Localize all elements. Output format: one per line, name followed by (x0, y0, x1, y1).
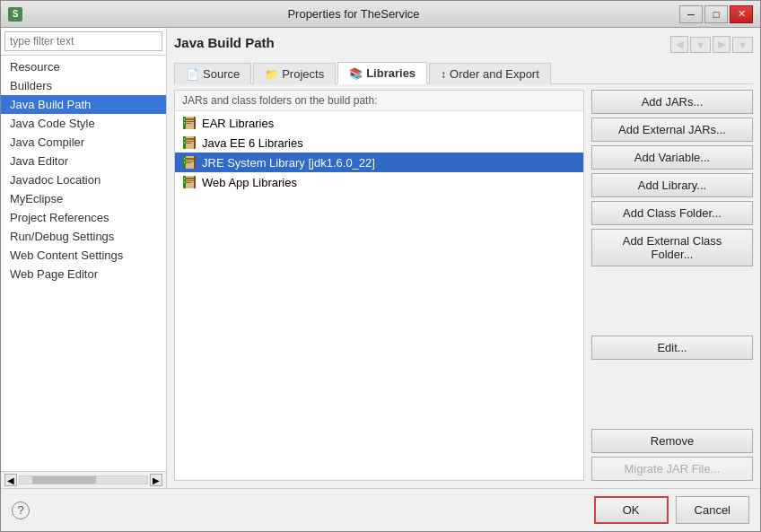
action-button-migrate-jar-file-: Migrate JAR File... (591, 457, 753, 481)
svg-rect-10 (185, 138, 194, 140)
tab-source[interactable]: 📄Source (174, 63, 251, 84)
svg-rect-15 (184, 142, 185, 144)
main-panel: Java Build Path ◀ ▼ ▶ ▼ 📄Source📁Projects… (167, 28, 760, 488)
sidebar-item-web-content-settings[interactable]: Web Content Settings (1, 246, 166, 265)
sidebar-item-javadoc-location[interactable]: Javadoc Location (1, 170, 166, 189)
svg-rect-19 (185, 161, 194, 161)
sidebar-item-java-build-path[interactable]: Java Build Path (1, 95, 166, 114)
library-icon-2 (182, 155, 197, 170)
order and export-tab-icon: ↕ (441, 68, 446, 81)
libraries-list: EAR Libraries Java EE 6 Libraries JRE Sy… (175, 111, 583, 480)
tab-order-and-export[interactable]: ↕Order and Export (429, 63, 551, 84)
action-button-add-jars-[interactable]: Add JARs... (591, 90, 753, 114)
svg-rect-20 (185, 162, 191, 163)
panel-header-row: Java Build Path ◀ ▼ ▶ ▼ (174, 35, 753, 57)
scroll-track[interactable] (19, 475, 148, 484)
action-button-remove[interactable]: Remove (591, 429, 753, 453)
forward-dropdown-button[interactable]: ▼ (732, 37, 753, 53)
svg-rect-18 (185, 158, 194, 160)
sidebar-item-myeclipse[interactable]: MyEclipse (1, 189, 166, 208)
svg-rect-2 (185, 118, 194, 120)
svg-rect-30 (184, 178, 185, 179)
action-button-edit-[interactable]: Edit... (591, 336, 753, 360)
title-bar: S Properties for TheService ─ □ ✕ (1, 1, 760, 28)
svg-rect-23 (184, 161, 185, 163)
forward-button[interactable]: ▶ (713, 36, 730, 53)
navigation-arrows: ◀ ▼ ▶ ▼ (670, 36, 753, 53)
sidebar-filter (1, 28, 166, 56)
help-button[interactable]: ? (12, 501, 30, 519)
scroll-thumb (32, 476, 96, 484)
library-icon-0 (182, 116, 197, 130)
library-item-3[interactable]: Web App Libraries (175, 172, 583, 192)
sidebar-item-builders[interactable]: Builders (1, 76, 166, 95)
action-button-add-class-folder-[interactable]: Add Class Folder... (591, 201, 753, 225)
close-button[interactable]: ✕ (730, 5, 753, 23)
tab-projects[interactable]: 📁Projects (253, 63, 336, 84)
title-bar-controls: ─ □ ✕ (679, 5, 753, 23)
minimize-button[interactable]: ─ (679, 5, 703, 23)
bottom-bar: ? OK Cancel (1, 488, 760, 531)
back-button[interactable]: ◀ (670, 36, 688, 53)
svg-rect-3 (185, 121, 194, 122)
ok-button[interactable]: OK (594, 496, 669, 524)
buttons-panel: Add JARs...Add External JARs...Add Varia… (591, 90, 753, 481)
library-icon-3 (182, 175, 197, 189)
tab-libraries[interactable]: 📚Libraries (337, 62, 427, 84)
projects-tab-label: Projects (282, 67, 324, 81)
action-button-add-external-jars-[interactable]: Add External JARs... (591, 118, 753, 142)
order and export-tab-label: Order and Export (450, 67, 539, 81)
svg-rect-11 (185, 141, 194, 142)
library-label-2: JRE System Library [jdk1.6.0_22] (202, 156, 375, 170)
svg-rect-31 (184, 181, 185, 183)
sidebar-item-run/debug-settings[interactable]: Run/Debug Settings (1, 227, 166, 246)
libraries-tab-label: Libraries (366, 66, 415, 80)
panel-body: JARs and class folders on the build path… (174, 90, 753, 481)
svg-rect-6 (184, 118, 185, 120)
svg-rect-22 (184, 158, 185, 160)
svg-rect-28 (185, 182, 191, 183)
library-label-0: EAR Libraries (202, 117, 274, 130)
bottom-right: OK Cancel (594, 496, 749, 524)
source-tab-label: Source (203, 67, 240, 81)
sidebar-item-java-code-style[interactable]: Java Code Style (1, 114, 166, 133)
panel-title: Java Build Path (174, 35, 275, 50)
sidebar: ResourceBuildersJava Build PathJava Code… (1, 28, 167, 488)
library-item-1[interactable]: Java EE 6 Libraries (175, 133, 583, 153)
action-button-add-variable-[interactable]: Add Variable... (591, 145, 753, 170)
sidebar-list: ResourceBuildersJava Build PathJava Code… (1, 56, 166, 471)
libraries-tab-icon: 📚 (349, 67, 363, 80)
svg-rect-12 (185, 143, 191, 144)
maximize-button[interactable]: □ (704, 5, 728, 23)
sidebar-item-java-editor[interactable]: Java Editor (1, 152, 166, 170)
app-icon: S (8, 7, 22, 22)
sidebar-item-java-compiler[interactable]: Java Compiler (1, 133, 166, 152)
scroll-right-button[interactable]: ▶ (150, 474, 162, 486)
sidebar-scrollbar: ◀ ▶ (1, 471, 166, 488)
cancel-button[interactable]: Cancel (676, 496, 749, 524)
main-window: S Properties for TheService ─ □ ✕ Resour… (0, 0, 761, 532)
content-area: ResourceBuildersJava Build PathJava Code… (1, 28, 760, 488)
sidebar-item-web-page-editor[interactable]: Web Page Editor (1, 265, 166, 283)
libraries-panel: JARs and class folders on the build path… (174, 90, 584, 481)
action-button-add-external-class-folder-[interactable]: Add External Class Folder... (591, 229, 753, 266)
svg-rect-14 (184, 138, 185, 140)
svg-rect-7 (184, 122, 185, 124)
library-icon-1 (182, 135, 197, 150)
scroll-left-button[interactable]: ◀ (4, 474, 17, 486)
svg-rect-4 (185, 123, 191, 124)
action-button-add-library-[interactable]: Add Library... (591, 173, 753, 197)
source-tab-icon: 📄 (186, 68, 199, 81)
sidebar-item-resource[interactable]: Resource (1, 57, 166, 76)
libraries-header: JARs and class folders on the build path… (175, 91, 583, 111)
library-item-2[interactable]: JRE System Library [jdk1.6.0_22] (175, 153, 583, 172)
svg-rect-27 (185, 180, 194, 181)
library-item-0[interactable]: EAR Libraries (175, 113, 583, 133)
back-dropdown-button[interactable]: ▼ (690, 37, 711, 53)
library-label-1: Java EE 6 Libraries (202, 136, 303, 150)
library-label-3: Web App Libraries (202, 176, 297, 189)
filter-input[interactable] (4, 31, 162, 51)
tabs-bar: 📄Source📁Projects📚Libraries↕Order and Exp… (174, 61, 753, 84)
svg-rect-26 (185, 178, 194, 179)
sidebar-item-project-references[interactable]: Project References (1, 208, 166, 227)
